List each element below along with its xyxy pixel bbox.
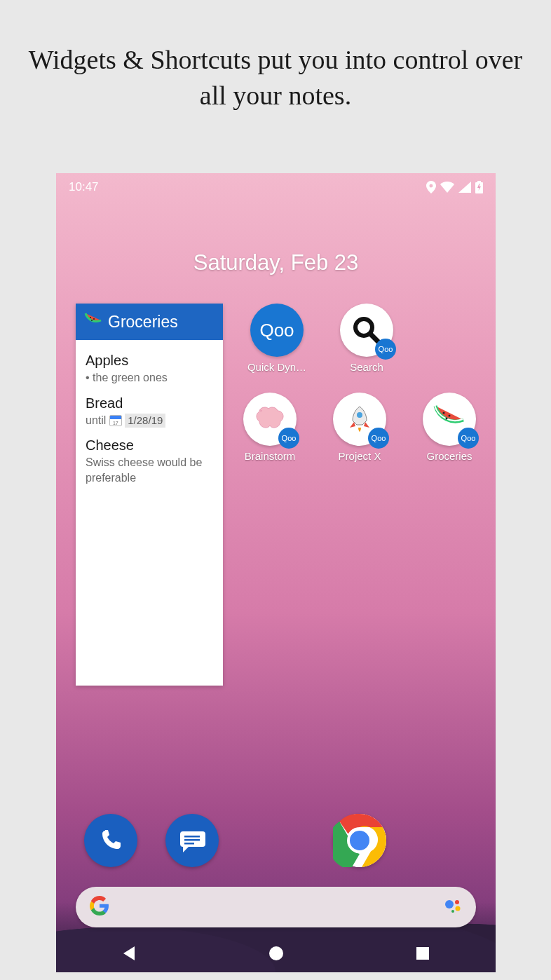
widget-item-title: Bread bbox=[86, 395, 213, 411]
watermelon-icon bbox=[84, 312, 102, 332]
svg-point-9 bbox=[449, 415, 451, 417]
qoo-badge-icon: Qoo bbox=[458, 428, 479, 449]
shortcut-label: Project X bbox=[339, 450, 381, 462]
messages-icon bbox=[177, 826, 207, 855]
phone-frame: 10:47 Saturday, Feb 23 Groceries Apples … bbox=[56, 173, 496, 972]
svg-point-18 bbox=[455, 900, 459, 904]
brain-icon: Qoo bbox=[243, 393, 297, 446]
qoo-app-icon: Qoo bbox=[250, 304, 304, 357]
shortcut-brainstorm[interactable]: Qoo Brainstorm bbox=[235, 393, 305, 462]
widget-title: Groceries bbox=[108, 313, 178, 332]
dock-phone-app[interactable] bbox=[84, 814, 137, 867]
svg-point-3 bbox=[93, 318, 95, 320]
svg-rect-22 bbox=[416, 947, 429, 960]
groceries-widget[interactable]: Groceries Apples • the green ones Bread … bbox=[76, 304, 223, 686]
shortcut-project-x[interactable]: Qoo Project X bbox=[325, 393, 395, 462]
widget-item[interactable]: Bread until 1/28/19 bbox=[86, 395, 213, 428]
svg-point-7 bbox=[357, 412, 362, 418]
widget-item-sub: Swiss cheese would be preferable bbox=[86, 455, 213, 485]
shortcut-quick-dyn[interactable]: Qoo Quick Dyn… bbox=[242, 304, 312, 373]
status-bar: 10:47 bbox=[56, 173, 496, 201]
battery-icon bbox=[475, 181, 483, 193]
svg-point-21 bbox=[269, 946, 283, 960]
widget-item[interactable]: Apples • the green ones bbox=[86, 353, 213, 386]
promo-headline: Widgets & Shortcuts put you into control… bbox=[0, 0, 551, 128]
dock-chrome-app[interactable] bbox=[333, 814, 386, 867]
shortcut-grid: Qoo Quick Dyn… Qoo Search Qoo bbox=[235, 304, 487, 482]
shortcut-label: Quick Dyn… bbox=[247, 361, 306, 373]
watermelon-icon: Qoo bbox=[423, 393, 476, 446]
widget-header[interactable]: Groceries bbox=[76, 304, 223, 340]
android-nav-bar bbox=[56, 934, 496, 972]
phone-icon bbox=[97, 826, 125, 855]
widget-body: Apples • the green ones Bread until 1/28… bbox=[76, 340, 223, 499]
google-g-icon bbox=[90, 896, 109, 918]
widget-item-sub: until 1/28/19 bbox=[86, 413, 213, 428]
google-search-bar[interactable] bbox=[76, 887, 476, 927]
svg-rect-12 bbox=[184, 839, 200, 841]
svg-point-19 bbox=[456, 906, 461, 911]
dock bbox=[56, 814, 496, 867]
rocket-icon: Qoo bbox=[333, 393, 386, 446]
nav-back-button[interactable] bbox=[121, 944, 139, 962]
svg-point-17 bbox=[445, 900, 454, 908]
dock-messages-app[interactable] bbox=[165, 814, 219, 867]
svg-point-2 bbox=[90, 317, 91, 318]
chrome-icon bbox=[333, 814, 386, 867]
svg-rect-1 bbox=[477, 181, 481, 182]
location-icon bbox=[426, 181, 436, 193]
status-time: 10:47 bbox=[69, 180, 99, 194]
shortcut-search[interactable]: Qoo Search bbox=[332, 304, 402, 373]
homescreen-mid-area: Groceries Apples • the green ones Bread … bbox=[56, 304, 496, 696]
shortcut-label: Groceries bbox=[426, 450, 472, 462]
calendar-icon bbox=[109, 415, 122, 426]
svg-rect-11 bbox=[184, 836, 200, 838]
shortcut-groceries[interactable]: Qoo Groceries bbox=[414, 393, 484, 462]
wifi-icon bbox=[440, 182, 454, 193]
qoo-badge-icon: Qoo bbox=[278, 428, 299, 449]
cell-signal-icon bbox=[458, 182, 471, 193]
widget-item-date: 1/28/19 bbox=[125, 414, 165, 428]
shortcut-label: Search bbox=[350, 361, 383, 373]
shortcut-label: Brainstorm bbox=[245, 450, 296, 462]
qoo-badge-icon: Qoo bbox=[368, 428, 389, 449]
search-icon: Qoo bbox=[340, 304, 393, 357]
qoo-badge-icon: Qoo bbox=[375, 339, 396, 360]
svg-point-20 bbox=[451, 910, 454, 913]
widget-item-until-label: until bbox=[86, 414, 106, 426]
homescreen-date[interactable]: Saturday, Feb 23 bbox=[56, 250, 496, 275]
google-assistant-icon[interactable] bbox=[444, 897, 462, 918]
status-icons bbox=[426, 181, 483, 193]
widget-item-sub: • the green ones bbox=[86, 370, 213, 386]
nav-recent-button[interactable] bbox=[414, 944, 432, 962]
svg-point-8 bbox=[443, 412, 445, 414]
widget-item[interactable]: Cheese Swiss cheese would be preferable bbox=[86, 437, 213, 485]
widget-item-title: Apples bbox=[86, 353, 213, 369]
svg-point-4 bbox=[91, 320, 93, 321]
widget-item-title: Cheese bbox=[86, 437, 213, 454]
svg-rect-13 bbox=[184, 843, 194, 845]
svg-point-10 bbox=[446, 418, 448, 420]
nav-home-button[interactable] bbox=[267, 944, 285, 962]
